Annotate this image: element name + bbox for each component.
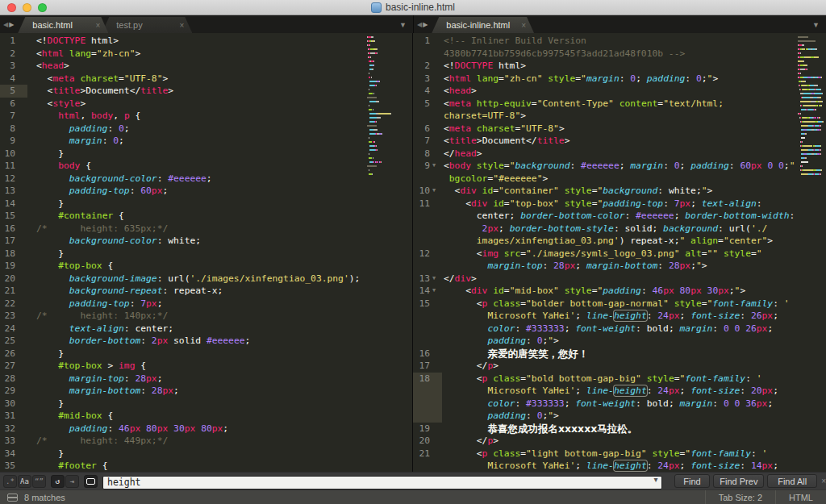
tab-basic.html[interactable]: basic.html× (18, 17, 108, 33)
code-line[interactable]: <meta charset="UTF-8"> (442, 123, 565, 135)
tab-basic-inline.html[interactable]: basic-inline.html× (432, 17, 534, 33)
code-line[interactable]: padding-top: 7px; (27, 298, 162, 310)
code-line[interactable]: <div id="top-box" style="padding-top: 7p… (442, 198, 762, 210)
chevron-down-icon[interactable]: ▾ (653, 475, 657, 484)
code-line[interactable]: center; border-bottom-color: #eeeeee; bo… (442, 210, 795, 223)
search-input[interactable] (102, 476, 662, 489)
code-line[interactable]: /* height: 140px;*/ (27, 310, 168, 323)
code-line[interactable]: Microsoft YaHei'; line-height: 24px; fon… (442, 310, 778, 323)
left-editor-pane[interactable]: 1<!DOCTYPE html>2<html lang="zh-cn">3<he… (0, 33, 413, 472)
tab-overflow-icon[interactable]: ▼ (399, 21, 407, 29)
code-line[interactable]: <head> (442, 85, 477, 98)
wrap-toggle[interactable]: ↺ (51, 475, 65, 488)
code-line[interactable]: </p> (442, 435, 499, 448)
code-line[interactable]: background-color: white; (27, 235, 201, 248)
whole-word-toggle[interactable]: “” (32, 475, 46, 488)
code-line[interactable]: html, body, p { (27, 110, 140, 123)
code-line[interactable]: } (27, 248, 64, 260)
code-line[interactable]: <title>Document</title> (27, 85, 173, 98)
code-line[interactable]: text-align: center; (27, 323, 173, 335)
forward-icon[interactable]: ▶ (9, 21, 14, 28)
fold-arrow-icon[interactable]: ▼ (432, 273, 442, 285)
code-line[interactable]: 2px; border-bottom-style: solid; backgro… (442, 223, 767, 235)
code-line[interactable]: margin-bottom: 28px; (27, 385, 179, 398)
code-line[interactable]: <html lang="zh-cn" style="margin: 0; pad… (442, 73, 718, 85)
highlight-matches-toggle[interactable] (84, 475, 98, 488)
in-selection-toggle[interactable]: ⇥ (65, 475, 79, 488)
code-line[interactable]: <!DOCTYPE html> (442, 60, 526, 73)
fold-arrow-icon[interactable]: ▼ (432, 160, 442, 173)
code-line[interactable]: color: #333333; font-weight: bold; margi… (442, 398, 773, 410)
code-line[interactable]: } (27, 148, 64, 160)
tab-close-icon[interactable]: × (84, 21, 100, 30)
code-line[interactable]: <p class="bolder bottom-gap-normal" styl… (442, 298, 790, 310)
code-line[interactable]: <img src="./images/symls_logo_03.png" al… (442, 248, 762, 260)
code-line[interactable]: #footer { (27, 460, 107, 472)
tab-overflow-icon[interactable]: ▼ (812, 21, 820, 29)
code-line[interactable]: #container { (27, 210, 124, 223)
code-line[interactable]: <meta charset="UTF-8"> (27, 73, 168, 85)
fold-arrow-icon[interactable]: ▼ (432, 285, 442, 298)
code-line[interactable]: body { (27, 160, 91, 173)
code-line[interactable]: } (27, 348, 64, 360)
code-line[interactable]: padding: 0; (27, 123, 130, 135)
code-line[interactable]: <meta http-equiv="Content-Type" content=… (442, 98, 724, 110)
code-line[interactable]: margin: 0; (27, 135, 124, 148)
regex-toggle[interactable]: .* (3, 475, 17, 488)
find-prev-button[interactable]: Find Prev (713, 474, 764, 488)
code-line[interactable]: <p class="light bottom-gap-big" style="f… (442, 448, 767, 460)
code-line[interactable]: </div> (442, 273, 477, 285)
right-minimap[interactable] (798, 36, 825, 177)
code-line[interactable]: <style> (27, 98, 86, 110)
code-line[interactable]: #top-box > img { (27, 360, 146, 373)
code-line[interactable]: /* height: 635px;*/ (27, 223, 168, 235)
panel-toggle-icon[interactable] (7, 494, 18, 502)
code-line[interactable]: </head> (442, 148, 482, 160)
code-line[interactable]: Microsoft YaHei'; line-height: 24px; fon… (442, 385, 778, 398)
tab-test.py[interactable]: test.py× (102, 17, 192, 33)
code-line[interactable]: <html lang="zh-cn"> (27, 48, 140, 60)
back-icon[interactable]: ◀ (417, 21, 422, 28)
code-line[interactable]: } (27, 198, 64, 210)
code-line[interactable]: <p class="bold bottom-gap-big" style="fo… (442, 373, 762, 385)
code-line[interactable]: <!DOCTYPE html> (27, 35, 119, 48)
code-line[interactable]: 4380b7741bb759d6cb997545f3add21ad48f010b… (442, 48, 685, 60)
code-line[interactable]: Microsoft YaHei'; line-height: 24px; fon… (442, 460, 778, 472)
code-line[interactable]: } (27, 448, 64, 460)
code-line[interactable]: /* height: 449px;*/ (27, 435, 168, 448)
code-line[interactable]: charset=UTF-8"> (442, 110, 526, 123)
code-line[interactable]: border-bottom: 2px solid #eeeeee; (27, 335, 250, 348)
code-line[interactable]: <div id="mid-box" style="padding: 46px 8… (442, 285, 745, 298)
code-line[interactable]: <div id="container" style="background: w… (442, 185, 712, 198)
code-line[interactable]: 亲爱的唐笑笑，您好！ (442, 348, 588, 360)
syntax-selector[interactable]: HTML (775, 490, 826, 504)
code-line[interactable]: margin-top: 28px; (27, 373, 162, 385)
code-line[interactable]: images/xinfengtiao_03.png') repeat-x;" a… (442, 235, 773, 248)
close-find-icon[interactable]: × (821, 477, 826, 485)
code-line[interactable]: <body style="background: #eeeeee; margin… (442, 160, 795, 173)
code-line[interactable]: <!-- Inliner Build Version (442, 35, 586, 48)
tab-close-icon[interactable]: × (510, 21, 526, 30)
fold-arrow-icon[interactable]: ▼ (432, 185, 442, 198)
back-icon[interactable]: ◀ (3, 21, 8, 28)
code-line[interactable]: padding: 46px 80px 30px 80px; (27, 423, 228, 435)
code-line[interactable]: background-image: url('./images/xinfengt… (27, 273, 360, 285)
code-line[interactable]: padding: 0;"> (442, 335, 559, 348)
right-editor-pane[interactable]: 1<!-- Inliner Build Version4380b7741bb75… (413, 33, 826, 472)
code-line[interactable]: <title>Document</title> (442, 135, 569, 148)
code-line[interactable]: #top-box { (27, 260, 113, 273)
code-line[interactable]: } (27, 398, 64, 410)
forward-icon[interactable]: ▶ (423, 21, 428, 28)
code-line[interactable]: background-color: #eeeeee; (27, 173, 212, 185)
code-line[interactable]: padding: 0;"> (442, 410, 559, 423)
tab-size-control[interactable]: Tab Size: 2 (705, 490, 775, 504)
code-line[interactable]: 恭喜您成功报名xxxxxx马拉松。 (442, 423, 637, 435)
case-sensitive-toggle[interactable]: Aa (18, 475, 31, 488)
code-line[interactable]: background-repeat: repeat-x; (27, 285, 223, 298)
code-line[interactable]: padding-top: 60px; (27, 185, 168, 198)
code-line[interactable]: </p> (442, 360, 499, 373)
tab-close-icon[interactable]: × (168, 21, 184, 30)
code-line[interactable]: color: #333333; font-weight: bold; margi… (442, 323, 773, 335)
find-all-button[interactable]: Find All (767, 474, 817, 488)
code-line[interactable]: <head> (27, 60, 69, 73)
